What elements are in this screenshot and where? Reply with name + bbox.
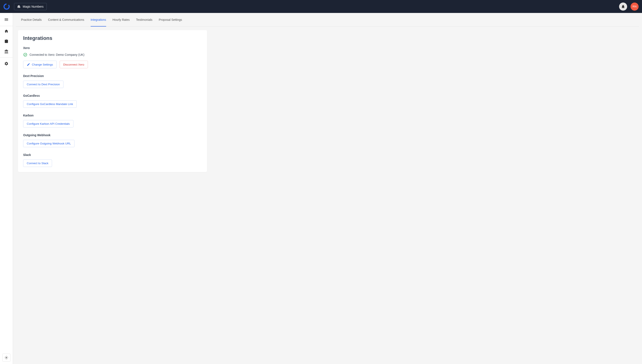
nav-clipboard[interactable] [0,36,13,46]
workspace-label: Magic Numbers [23,5,44,8]
karbon-configure-label: Configure Karbon API Credentials [27,122,70,125]
topbar-right: RN [619,2,638,10]
home-icon [4,29,9,33]
nav-home[interactable] [0,26,13,36]
xero-status-text: Connected to Xero: Demo Company (UK) [30,53,84,56]
workspace-selector[interactable]: Magic Numbers [14,3,47,10]
check-circle-icon [23,52,27,57]
building-icon [17,5,21,8]
slack-section-title: Slack [23,153,202,156]
webhook-section-title: Outgoing Webhook [23,134,202,137]
clipboard-icon [4,39,9,44]
hamburger-icon [4,17,9,22]
gocardless-configure-label: Configure GoCardless Mandate Link [27,102,73,106]
tab-bar: Practice Details Content & Communication… [16,13,639,27]
nav-divider [0,58,13,58]
bell-icon [621,4,625,9]
sidebar [0,13,13,364]
sun-icon [4,356,9,360]
tab-practice-details[interactable]: Practice Details [21,13,42,26]
xero-disconnect-label: Disconnect Xero [63,63,84,66]
xero-change-settings-button[interactable]: Change Settings [23,61,57,68]
notifications-button[interactable] [619,2,627,10]
tab-hourly-rates[interactable]: Hourly Rates [113,13,130,26]
svg-point-0 [4,4,10,10]
slack-connect-label: Connect to Slack [27,162,48,165]
nav-settings[interactable] [0,58,13,69]
gocardless-configure-button[interactable]: Configure GoCardless Mandate Link [23,100,77,108]
layout: Practice Details Content & Communication… [0,13,642,364]
topbar-left: Magic Numbers [4,3,47,10]
dext-connect-label: Connect to Dext Precision [27,83,60,86]
tab-content-communications[interactable]: Content & Communications [48,13,84,26]
webhook-configure-label: Configure Outgoing Webhook URL [27,142,71,145]
page-title: Integrations [23,35,202,41]
user-avatar[interactable]: RN [630,2,638,10]
karbon-configure-button[interactable]: Configure Karbon API Credentials [23,120,74,128]
webhook-configure-button[interactable]: Configure Outgoing Webhook URL [23,140,75,147]
slack-connect-button[interactable]: Connect to Slack [23,160,52,167]
karbon-section-title: Karbon [23,114,202,117]
bank-icon [4,50,9,54]
gocardless-section-title: GoCardless [23,94,202,97]
xero-status-row: Connected to Xero: Demo Company (UK) [23,52,202,57]
svg-point-1 [24,53,27,56]
nav-bank[interactable] [0,46,13,57]
dext-section-title: Dext Precision [23,74,202,78]
avatar-initials: RN [633,5,637,8]
xero-change-settings-label: Change Settings [32,63,53,66]
xero-disconnect-button[interactable]: Disconnect Xero [60,61,88,68]
xero-section-title: Xero [23,46,202,50]
theme-toggle[interactable] [2,354,11,362]
tab-proposal-settings[interactable]: Proposal Settings [159,13,182,26]
menu-toggle[interactable] [0,13,13,26]
xero-button-row: Change Settings Disconnect Xero [23,61,202,68]
main-content: Practice Details Content & Communication… [13,13,642,364]
tab-testimonials[interactable]: Testimonials [136,13,152,26]
app-logo[interactable] [4,4,10,10]
tab-integrations[interactable]: Integrations [91,13,106,26]
integrations-card: Integrations Xero Connected to Xero: Dem… [18,30,207,172]
gear-icon [4,62,9,66]
topbar: Magic Numbers RN [0,0,642,13]
pencil-icon [27,63,30,66]
dext-connect-button[interactable]: Connect to Dext Precision [23,80,64,88]
